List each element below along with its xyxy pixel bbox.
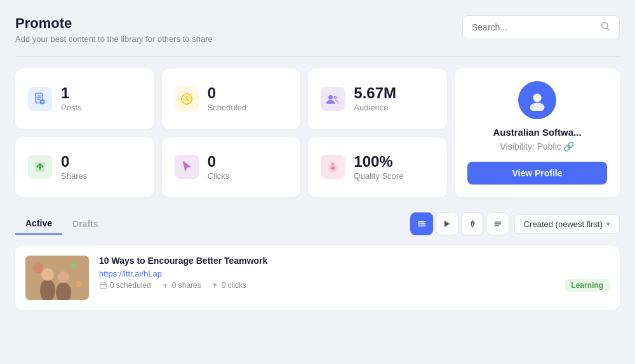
scheduled-label: Scheduled (208, 103, 246, 112)
cursor-small-icon (211, 282, 219, 289)
stat-text-clicks: 0 Clicks (208, 153, 230, 181)
stat-text-quality: 100% Quality Score (354, 153, 403, 181)
view-profile-button[interactable]: View Profile (467, 162, 607, 185)
content-item: 10 Ways to Encourage Better Teamwork htt… (15, 245, 620, 310)
content-title: 10 Ways to Encourage Better Teamwork (99, 256, 610, 266)
content-meta: 0 scheduled 0 shares (99, 281, 246, 290)
stats-grid: 1 Posts 0 Scheduled (15, 68, 620, 197)
header-left: Promote Add your best content to the lib… (15, 15, 213, 44)
svg-point-16 (533, 94, 541, 102)
tabs-row: Active Drafts (15, 212, 620, 235)
page-header: Promote Add your best content to the lib… (15, 15, 620, 44)
audience-icon (321, 87, 345, 111)
filter-audio-button[interactable] (461, 212, 484, 235)
svg-line-1 (607, 28, 610, 30)
page-title: Promote (15, 15, 213, 32)
stat-text-audience: 5.67M Audience (354, 85, 396, 112)
clicks-label: Clicks (208, 171, 230, 181)
tab-group: Active Drafts (15, 213, 109, 235)
content-info: 10 Ways to Encourage Better Teamwork htt… (99, 256, 610, 292)
tab-active[interactable]: Active (15, 213, 62, 235)
stat-card-quality: 100% Quality Score (308, 137, 447, 198)
quality-label: Quality Score (354, 171, 403, 181)
search-box[interactable] (462, 15, 620, 39)
thumbnail-image (25, 256, 89, 300)
svg-point-39 (76, 281, 83, 287)
stat-text-scheduled: 0 Scheduled (208, 85, 246, 112)
search-icon (600, 21, 610, 34)
stat-card-clicks: 0 Clicks (162, 137, 301, 198)
profile-card: Australian Softwa... Visibility: Public … (455, 68, 620, 197)
content-row-bottom: 0 scheduled 0 shares (99, 279, 610, 292)
svg-rect-36 (25, 256, 89, 300)
meta-clicks: 0 clicks (211, 281, 246, 290)
audience-number: 5.67M (354, 85, 396, 101)
cursor-icon (175, 155, 199, 179)
share-icon (28, 155, 52, 179)
tab-drafts[interactable]: Drafts (62, 213, 108, 235)
shares-label: Shares (61, 171, 87, 181)
medal-icon (321, 155, 345, 179)
chevron-down-icon: ▾ (606, 220, 610, 228)
shares-number: 0 (61, 153, 87, 170)
stat-card-scheduled: 0 Scheduled (162, 68, 301, 129)
shares-value: 0 shares (172, 281, 201, 290)
posts-label: Posts (61, 103, 82, 112)
content-url[interactable]: https://lttr.ai/hLap (99, 269, 162, 278)
stat-card-shares: 0 Shares (15, 137, 154, 198)
stat-card-posts: 1 Posts (15, 68, 154, 129)
share-small-icon (161, 282, 170, 290)
clock-icon (175, 87, 199, 111)
scheduled-value: 0 scheduled (110, 281, 151, 290)
clicks-value: 0 clicks (222, 281, 246, 290)
meta-shares: 0 shares (161, 281, 201, 290)
svg-marker-24 (444, 221, 450, 228)
filter-video-button[interactable] (436, 212, 458, 235)
sort-label: Created (newest first) (524, 219, 603, 229)
stat-text-shares: 0 Shares (61, 153, 87, 181)
search-input[interactable] (472, 22, 600, 32)
content-tag: Learning (565, 279, 610, 292)
posts-number: 1 (61, 85, 82, 101)
svg-point-37 (33, 263, 43, 273)
document-icon (28, 87, 52, 111)
calendar-icon (99, 282, 107, 290)
profile-visibility: Visibility: Public 🔗 (500, 141, 575, 152)
scheduled-number: 0 (208, 85, 246, 101)
filter-text-button[interactable] (486, 212, 509, 235)
svg-point-17 (530, 103, 545, 111)
quality-number: 100% (354, 153, 403, 170)
svg-rect-40 (100, 283, 107, 289)
content-thumbnail (25, 256, 89, 300)
sort-dropdown[interactable]: Created (newest first) ▾ (514, 214, 620, 234)
filter-row: Created (newest first) ▾ (410, 212, 620, 235)
clicks-number: 0 (208, 153, 230, 170)
svg-point-38 (69, 261, 77, 269)
svg-point-20 (331, 166, 335, 170)
profile-name: Australian Softwa... (493, 127, 581, 138)
header-divider (15, 56, 620, 57)
svg-point-15 (334, 95, 337, 98)
audience-label: Audience (354, 103, 396, 112)
filter-all-button[interactable] (410, 212, 433, 235)
filter-buttons (410, 212, 509, 235)
profile-avatar (518, 81, 556, 119)
stat-text-posts: 1 Posts (61, 85, 82, 112)
link-icon: 🔗 (563, 141, 574, 152)
stat-card-audience: 5.67M Audience (308, 68, 447, 129)
page-subtitle: Add your best content to the library for… (15, 34, 213, 44)
svg-point-14 (328, 95, 333, 100)
meta-scheduled: 0 scheduled (99, 281, 151, 290)
